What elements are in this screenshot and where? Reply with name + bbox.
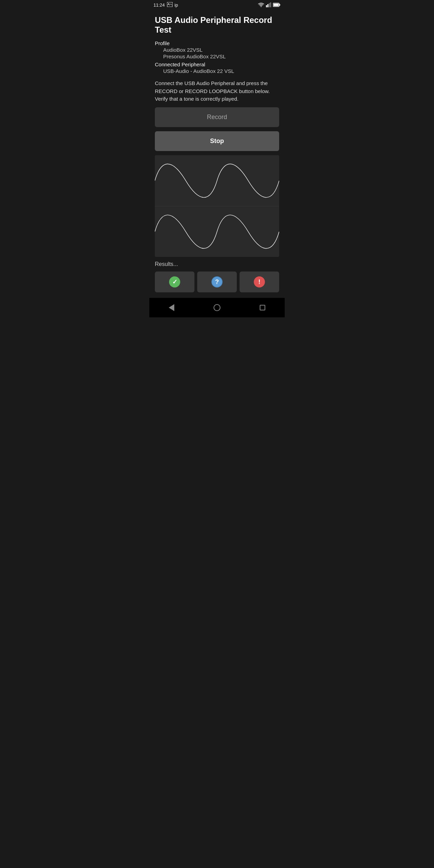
profile-label: Profile <box>155 40 279 46</box>
unknown-icon: ? <box>211 276 223 287</box>
pass-icon: ✓ <box>169 276 180 287</box>
waveform-container <box>155 155 279 257</box>
wifi-icon <box>258 2 265 8</box>
results-label: Results... <box>155 261 178 267</box>
results-buttons: ✓ ? ! <box>155 272 279 292</box>
battery-icon <box>273 3 281 7</box>
result-fail-button[interactable]: ! <box>240 272 279 292</box>
back-icon <box>169 304 174 311</box>
instruction-text: Connect the USB Audio Peripheral and pre… <box>155 80 279 103</box>
back-button[interactable] <box>160 301 183 314</box>
svg-rect-2 <box>266 5 267 7</box>
svg-rect-7 <box>274 4 279 6</box>
svg-rect-8 <box>279 4 281 6</box>
home-icon <box>214 304 220 311</box>
recents-icon <box>260 305 265 310</box>
image-icon <box>167 2 173 8</box>
nav-bar <box>149 298 285 317</box>
results-section: Results... <box>155 261 279 267</box>
profile-section: Profile AudioBox 22VSL Presonus AudioBox… <box>155 40 279 74</box>
status-left: 11:24 ip <box>153 2 178 8</box>
waveform-svg <box>155 155 279 257</box>
page-title: USB Audio Peripheral Record Test <box>155 15 279 35</box>
record-button[interactable]: Record <box>155 107 279 127</box>
ip-label: ip <box>175 2 178 8</box>
recents-button[interactable] <box>251 302 274 313</box>
svg-rect-4 <box>269 3 270 7</box>
svg-rect-5 <box>270 2 271 7</box>
result-pass-button[interactable]: ✓ <box>155 272 194 292</box>
result-unknown-button[interactable]: ? <box>197 272 237 292</box>
status-bar: 11:24 ip <box>149 0 285 10</box>
connected-value: USB-Audio - AudioBox 22 VSL <box>155 68 279 74</box>
presonus-value: Presonus AudioBox 22VSL <box>155 53 279 59</box>
svg-rect-3 <box>267 4 268 7</box>
main-content: USB Audio Peripheral Record Test Profile… <box>149 10 285 298</box>
audiobox-value: AudioBox 22VSL <box>155 47 279 53</box>
status-right <box>258 2 281 8</box>
stop-button[interactable]: Stop <box>155 131 279 151</box>
connected-label: Connected Peripheral <box>155 61 279 67</box>
home-button[interactable] <box>205 301 229 314</box>
fail-icon: ! <box>254 276 265 287</box>
time-display: 11:24 <box>153 2 165 8</box>
signal-icon <box>266 2 272 7</box>
